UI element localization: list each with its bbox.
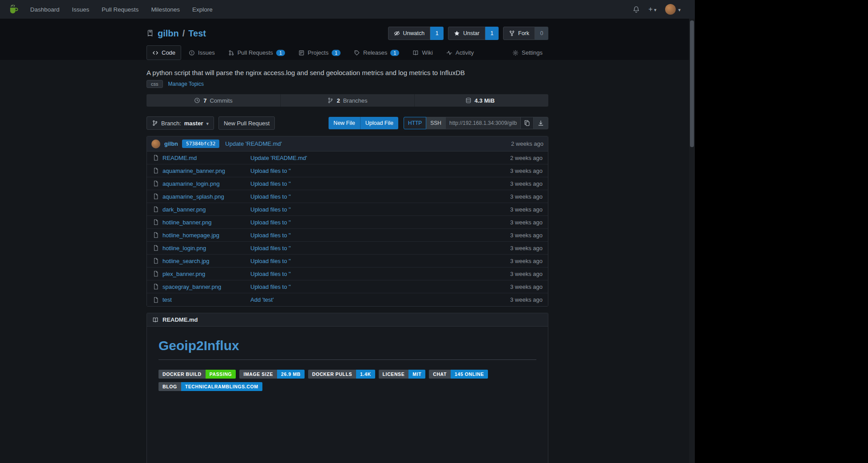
stat-value: 4.3 MiB — [475, 97, 495, 104]
gitea-logo-icon[interactable] — [8, 4, 20, 15]
file-name-link[interactable]: spacegray_banner.png — [163, 283, 221, 290]
file-commit-cell: Upload files to '' — [250, 219, 490, 226]
nav-items: Dashboard Issues Pull Requests Milestone… — [30, 6, 213, 13]
download-icon — [538, 120, 544, 126]
table-row: hotline_login.png Upload files to '' 3 w… — [147, 242, 548, 255]
file-commit-message-link[interactable]: Upload files to '' — [250, 245, 291, 251]
ssh-protocol-button[interactable]: SSH — [426, 117, 446, 129]
repo-stat[interactable]: 4.3 MiB — [414, 94, 548, 107]
repo-stat[interactable]: 2 Branches — [280, 94, 414, 107]
tab-count-badge: 1 — [276, 50, 285, 56]
copy-url-button[interactable] — [520, 117, 534, 129]
shield-badge[interactable]: DOCKER PULLS 1.4K — [308, 370, 375, 379]
create-new-button[interactable]: + — [649, 5, 657, 13]
notifications-button[interactable] — [633, 6, 640, 13]
shield-badge[interactable]: LICENSE MIT — [379, 370, 426, 379]
file-commit-cell: Upload files to '' — [250, 258, 490, 264]
shield-badge[interactable]: IMAGE SIZE 26.9 MB — [239, 370, 305, 379]
book-icon — [152, 317, 159, 323]
file-icon — [153, 258, 159, 264]
table-row: aquamarine_login.png Upload files to '' … — [147, 177, 548, 190]
file-name-link[interactable]: aquamarine_splash.png — [163, 193, 224, 200]
repo-stat[interactable]: 7 Commits — [147, 94, 280, 107]
shield-badge[interactable]: CHAT 145 ONLINE — [429, 370, 488, 379]
tab-count-badge: 1 — [332, 50, 341, 56]
file-name-link[interactable]: hotline_banner.png — [163, 219, 212, 226]
code-icon — [152, 50, 159, 56]
file-name-link[interactable]: hotline_login.png — [163, 245, 206, 251]
commit-message-link[interactable]: Update 'README.md' — [225, 140, 282, 147]
shield-badge[interactable]: DOCKER BUILD PASSING — [159, 370, 236, 379]
file-icon — [153, 283, 159, 290]
file-name-link[interactable]: dark_banner.png — [163, 206, 206, 213]
repo-action-button[interactable]: Unwatch — [388, 27, 431, 40]
file-commit-message-link[interactable]: Upload files to '' — [250, 232, 291, 239]
repo-action-count[interactable]: 1 — [485, 27, 499, 40]
nav-item[interactable]: Explore — [192, 6, 213, 13]
file-commit-message-link[interactable]: Update 'README.md' — [250, 155, 307, 161]
repo-tab[interactable]: Code — [147, 45, 181, 60]
user-menu-button[interactable] — [665, 4, 681, 15]
file-name-link[interactable]: aquamarine_login.png — [163, 180, 220, 187]
branch-icon — [327, 97, 333, 104]
file-icon — [153, 271, 159, 277]
file-name-link[interactable]: hotline_homepage.jpg — [163, 232, 219, 239]
tab-list: Code Issues Pull Requests — [147, 45, 480, 60]
file-name-link[interactable]: aquamarine_banner.png — [163, 168, 225, 174]
nav-item[interactable]: Pull Requests — [102, 6, 139, 13]
file-name-link[interactable]: hotline_search.jpg — [163, 258, 210, 264]
path-separator: / — [182, 28, 185, 39]
repo-name-link[interactable]: Test — [188, 28, 206, 39]
tab-count-badge: 1 — [390, 50, 399, 56]
tab-settings[interactable]: Settings — [507, 45, 548, 60]
file-name-link[interactable]: test — [163, 296, 172, 303]
repo-tab[interactable]: Releases 1 — [348, 45, 405, 60]
topic-chip[interactable]: css — [147, 80, 163, 88]
file-commit-message-link[interactable]: Upload files to '' — [250, 283, 291, 290]
file-commit-message-link[interactable]: Upload files to '' — [250, 271, 291, 277]
upload-file-button[interactable]: Upload File — [360, 117, 398, 129]
activity-icon — [446, 50, 452, 56]
new-pull-request-button[interactable]: New Pull Request — [218, 116, 275, 130]
file-commit-message-link[interactable]: Upload files to '' — [250, 180, 291, 187]
repo-tab[interactable]: Wiki — [407, 45, 439, 60]
file-name-link[interactable]: plex_banner.png — [163, 271, 205, 277]
file-commit-message-link[interactable]: Upload files to '' — [250, 258, 291, 264]
download-button[interactable] — [533, 117, 548, 129]
repo-owner-link[interactable]: gilbn — [158, 28, 179, 39]
file-commit-message-link[interactable]: Upload files to '' — [250, 193, 291, 200]
repo-tab[interactable]: Activity — [440, 45, 480, 60]
http-protocol-button[interactable]: HTTP — [404, 117, 426, 129]
scrollbar-thumb[interactable] — [690, 20, 694, 147]
file-commit-message-link[interactable]: Upload files to '' — [250, 168, 291, 174]
nav-item[interactable]: Dashboard — [30, 6, 59, 13]
shield-badge[interactable]: BLOG TECHNICALRAMBLINGS.COM — [159, 382, 262, 391]
badge-value: MIT — [408, 370, 425, 379]
branch-selector-button[interactable]: Branch: master — [147, 116, 214, 130]
file-age: 3 weeks ago — [490, 206, 548, 213]
clone-url-input[interactable] — [445, 117, 521, 129]
file-icon — [153, 155, 159, 161]
manage-topics-link[interactable]: Manage Topics — [168, 81, 204, 87]
repo-action-button[interactable]: Fork — [503, 27, 535, 40]
repo-tab[interactable]: Projects 1 — [293, 45, 346, 60]
nav-item[interactable]: Issues — [72, 6, 89, 13]
commit-author-link[interactable]: gilbn — [164, 140, 178, 147]
new-file-button[interactable]: New File — [329, 117, 360, 129]
file-commit-message-link[interactable]: Add 'test' — [250, 296, 274, 303]
repo-header: gilbn / Test Unwatch 1 — [0, 19, 695, 60]
commit-age: 2 weeks ago — [511, 140, 543, 147]
commit-sha-badge[interactable]: 57384bfc32 — [182, 140, 219, 148]
repo-tab[interactable]: Pull Requests 1 — [222, 45, 291, 60]
repo-tab[interactable]: Issues — [183, 45, 221, 60]
file-commit-message-link[interactable]: Upload files to '' — [250, 206, 291, 213]
repo-action-count[interactable]: 0 — [535, 27, 548, 40]
file-name-link[interactable]: README.md — [163, 155, 197, 161]
repo-action-count[interactable]: 1 — [430, 27, 444, 40]
file-age: 3 weeks ago — [490, 180, 548, 187]
commit-author-avatar[interactable] — [151, 140, 160, 148]
nav-item[interactable]: Milestones — [151, 6, 180, 13]
tab-label: Issues — [198, 49, 215, 56]
repo-action-button[interactable]: Unstar — [448, 27, 485, 40]
file-commit-message-link[interactable]: Upload files to '' — [250, 219, 291, 226]
